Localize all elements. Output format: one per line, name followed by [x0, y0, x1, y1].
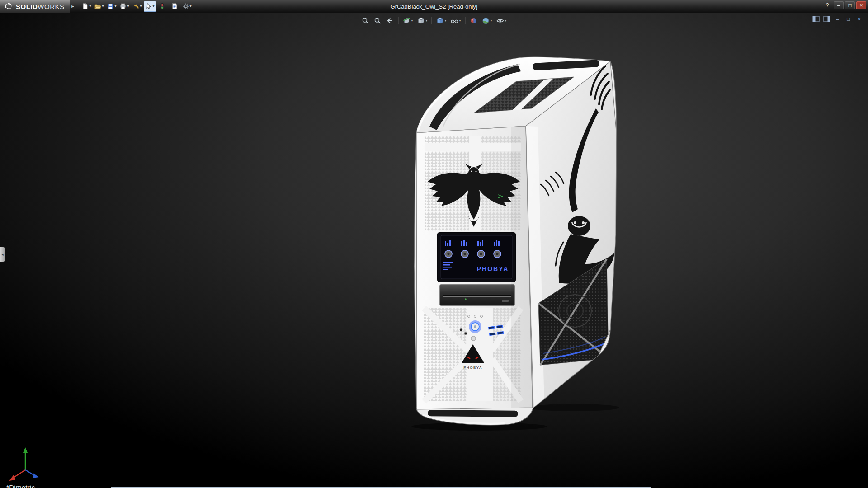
file-properties-icon — [171, 3, 178, 10]
pane-left-toggle-button[interactable] — [811, 15, 820, 23]
front-logo-text: PHOBYA — [463, 366, 482, 370]
new-document-button[interactable]: ▾ — [80, 1, 92, 12]
front-top-mesh[interactable] — [425, 136, 521, 244]
section-view-button[interactable]: ▾ — [401, 15, 414, 26]
dropdown-arrow-icon[interactable]: ▾ — [153, 5, 155, 8]
document-restore-button[interactable]: □ — [844, 15, 853, 23]
eject-button[interactable] — [502, 300, 509, 302]
select-cursor-icon — [145, 3, 152, 10]
display-style-button[interactable]: ▾ — [434, 15, 448, 26]
dropdown-arrow-icon[interactable]: ▾ — [444, 19, 446, 23]
apply-scene-icon — [482, 17, 490, 25]
pane-left-icon — [812, 16, 820, 22]
open-button[interactable]: ▾ — [93, 1, 105, 12]
fan-controller-lcd[interactable]: PHOBYA — [437, 232, 516, 282]
file-properties-button[interactable] — [169, 1, 180, 12]
options-gear-icon — [182, 3, 189, 10]
dropdown-arrow-icon[interactable]: ▾ — [140, 5, 142, 8]
undo-button[interactable]: ▾ — [131, 1, 143, 12]
print-button[interactable]: ▾ — [118, 1, 130, 12]
window-controls: ? – □ × — [822, 1, 866, 9]
close-button[interactable]: × — [856, 1, 866, 9]
rebuild-button[interactable] — [156, 1, 168, 12]
front-bottom-mesh[interactable]: PHOBYA — [424, 308, 521, 401]
restore-button[interactable]: □ — [845, 1, 855, 9]
minimize-button[interactable]: – — [834, 1, 844, 9]
triad-z-axis[interactable] — [33, 473, 39, 478]
feature-manager-collapse-tab[interactable]: ◄ — [0, 247, 5, 262]
open-folder-icon — [94, 3, 101, 10]
view-orientation-button[interactable]: ▾ — [415, 15, 429, 26]
document-close-button[interactable]: × — [855, 15, 863, 23]
previous-view-button[interactable] — [384, 15, 395, 26]
undo-icon — [132, 3, 140, 10]
lcd-brand-text: PHOBYA — [477, 265, 509, 272]
zoom-to-area-icon — [373, 17, 382, 25]
dropdown-arrow-icon[interactable]: ▾ — [411, 19, 413, 23]
toolbar-separator — [398, 17, 398, 24]
help-button[interactable]: ? — [822, 1, 832, 9]
titlebar: SOLIDWORKS ► ▾ ▾ ▾ — [0, 0, 868, 13]
zoom-to-fit-icon — [361, 17, 369, 25]
triad-x-axis[interactable] — [9, 474, 15, 481]
dropdown-arrow-icon[interactable]: ▾ — [190, 5, 192, 8]
menu-expand-arrow[interactable]: ► — [71, 4, 75, 9]
dropdown-arrow-icon[interactable]: ▾ — [459, 19, 461, 23]
ground-shadow — [529, 404, 619, 411]
dassault-3ds-icon — [4, 2, 13, 10]
audio-jack[interactable] — [464, 332, 467, 335]
drive-led — [465, 298, 467, 300]
toolbar-separator — [431, 17, 432, 24]
zoom-to-fit-button[interactable] — [360, 15, 371, 26]
pane-right-toggle-button[interactable] — [822, 15, 831, 23]
case-front-panel[interactable]: PHOBYA — [416, 126, 533, 411]
view-orientation-label: *Dimetric — [6, 483, 35, 488]
previous-view-icon — [386, 17, 394, 25]
view-settings-eye-icon — [496, 17, 505, 25]
edit-appearance-ball-icon — [470, 17, 478, 25]
dropdown-arrow-icon[interactable]: ▾ — [425, 19, 427, 23]
toolbar-separator — [465, 17, 466, 24]
section-view-icon — [402, 17, 410, 25]
pane-right-icon — [823, 16, 830, 22]
view-settings-button[interactable]: ▾ — [495, 15, 508, 26]
optical-drive[interactable] — [440, 285, 514, 305]
dropdown-arrow-icon[interactable]: ▾ — [102, 5, 104, 8]
standard-toolbar: ▾ ▾ ▾ ▾ ▾ — [80, 1, 193, 12]
hide-show-glasses-icon — [451, 17, 459, 25]
document-minimize-button[interactable]: – — [833, 15, 842, 23]
dropdown-arrow-icon[interactable]: ▾ — [114, 5, 116, 8]
model-pc-case[interactable]: PHOBYA — [398, 41, 633, 438]
document-window-controls: – □ × — [811, 15, 863, 23]
hide-show-items-button[interactable]: ▾ — [449, 15, 462, 26]
solidworks-logo: SOLIDWORKS — [0, 0, 70, 13]
edit-appearance-button[interactable] — [468, 15, 479, 26]
triad-y-axis[interactable] — [23, 447, 28, 453]
bottom-skid-slot — [428, 410, 518, 417]
graphics-viewport[interactable]: ▾ ▾ ▾ ▾ — [0, 13, 868, 488]
dropdown-arrow-icon[interactable]: ▾ — [505, 19, 507, 23]
reset-button[interactable] — [471, 336, 476, 341]
zoom-to-area-button[interactable] — [372, 15, 383, 26]
dropdown-arrow-icon[interactable]: ▾ — [491, 19, 492, 23]
print-icon — [119, 3, 127, 10]
apply-scene-button[interactable]: ▾ — [481, 15, 494, 26]
select-button[interactable]: ▾ — [144, 1, 156, 12]
display-style-icon — [436, 17, 444, 25]
dropdown-arrow-icon[interactable]: ▾ — [89, 5, 91, 8]
new-document-icon — [81, 3, 89, 10]
dropdown-arrow-icon[interactable]: ▾ — [127, 5, 129, 8]
solidworks-logo-text: SOLIDWORKS — [16, 3, 65, 10]
options-button[interactable]: ▾ — [181, 1, 193, 12]
save-icon — [107, 3, 114, 10]
view-orientation-cube-icon — [417, 17, 425, 25]
audio-jack[interactable] — [460, 328, 462, 331]
rebuild-stoplight-icon — [159, 3, 166, 10]
orientation-triad[interactable] — [6, 444, 48, 485]
heads-up-view-toolbar: ▾ ▾ ▾ ▾ — [360, 15, 508, 26]
save-button[interactable]: ▾ — [105, 1, 118, 12]
